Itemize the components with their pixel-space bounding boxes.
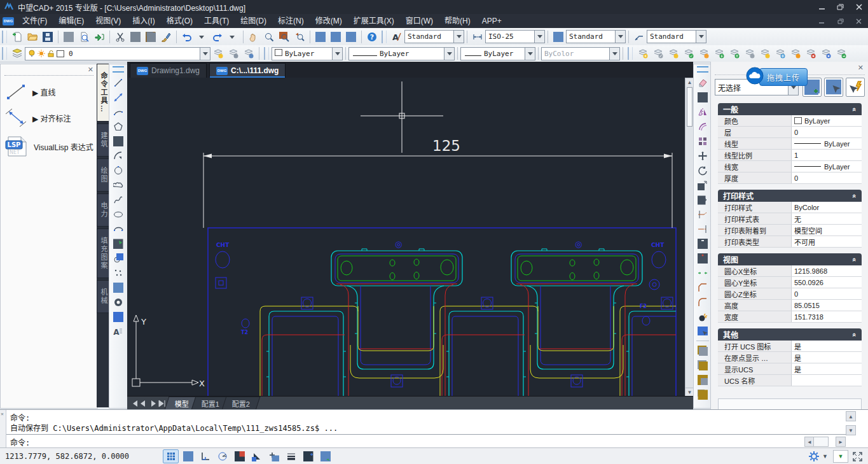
laystate-icon[interactable] — [241, 46, 256, 61]
mselect-icon[interactable] — [694, 324, 711, 339]
section-header[interactable]: 一般« — [718, 103, 862, 115]
chevron-down-icon[interactable] — [444, 48, 454, 60]
drag-upload-button[interactable]: 拖拽上传 — [759, 68, 808, 86]
menu-item-6[interactable]: 绘图(D) — [235, 14, 272, 28]
property-value[interactable]: 无 — [792, 213, 862, 224]
dmkblock-icon[interactable] — [110, 251, 127, 265]
help-icon[interactable]: ? — [364, 29, 380, 45]
copy-icon[interactable] — [128, 29, 143, 45]
command-grip[interactable]: ✕ — [0, 410, 6, 448]
status-toggle-model[interactable] — [300, 449, 316, 463]
text-style-combo[interactable]: Standard — [404, 30, 464, 43]
toolbar-grip[interactable] — [697, 66, 708, 73]
dorder2-icon[interactable] — [694, 358, 711, 372]
ddonut-icon[interactable] — [110, 295, 127, 309]
dline-icon[interactable] — [110, 75, 127, 90]
property-value[interactable]: 1 — [792, 150, 862, 160]
toolbar-grip[interactable] — [113, 66, 124, 73]
laycheck-icon[interactable] — [681, 46, 696, 61]
open-icon[interactable] — [25, 29, 40, 45]
chevron-down-icon[interactable] — [332, 48, 342, 60]
menu-item-12[interactable]: APP+ — [476, 14, 507, 28]
palette-tab-1[interactable]: 建筑 — [97, 123, 110, 157]
menu-item-9[interactable]: 扩展工具(X) — [348, 14, 400, 28]
dcircle-icon[interactable] — [110, 163, 127, 178]
mmove-icon[interactable] — [694, 148, 711, 163]
layprev-icon[interactable] — [226, 46, 241, 61]
dspline-icon[interactable] — [110, 192, 127, 207]
paste-icon[interactable] — [143, 29, 158, 45]
palette-item-line[interactable]: ▶ 直线 — [4, 82, 93, 101]
mdi-close-button[interactable] — [850, 15, 868, 27]
merase-icon[interactable] — [694, 75, 711, 90]
calc-icon[interactable] — [313, 29, 328, 45]
collapse-icon[interactable]: « — [851, 332, 858, 336]
property-value[interactable]: 550.0926 — [792, 277, 862, 288]
command-prompt[interactable]: 命令: — [10, 437, 30, 447]
pan-icon[interactable] — [246, 29, 261, 45]
menu-item-10[interactable]: 窗口(W) — [400, 14, 439, 28]
property-value[interactable]: 模型空间 — [792, 225, 862, 236]
laymatch-icon[interactable] — [666, 46, 681, 61]
palette-tab-0[interactable]: 命令工具… — [97, 64, 110, 122]
chevron-down-icon[interactable] — [200, 48, 210, 60]
status-toggle-anno[interactable] — [317, 449, 333, 463]
canvas-vscrollbar[interactable] — [685, 86, 694, 388]
layon-icon[interactable] — [757, 46, 773, 61]
color-combo[interactable]: ByLayer — [272, 47, 343, 60]
mtrim-icon[interactable] — [694, 207, 711, 221]
property-value[interactable]: 是 — [792, 341, 862, 351]
dorder3-icon[interactable] — [694, 372, 711, 387]
gear-icon[interactable] — [808, 451, 820, 462]
selfilter-icon[interactable] — [846, 78, 865, 97]
save-icon[interactable] — [40, 29, 55, 45]
file-tab-drawing1[interactable]: DWGDrawing1.dwg — [130, 63, 207, 78]
chevron-down-icon[interactable] — [453, 31, 464, 43]
status-toggle-snap[interactable] — [163, 449, 179, 463]
property-value[interactable]: 151.7318 — [792, 311, 862, 322]
status-toggle-ortho[interactable] — [197, 449, 213, 463]
chevron-down-icon[interactable] — [615, 31, 625, 43]
selobj-icon[interactable] — [824, 78, 843, 97]
section-header[interactable]: 其他« — [718, 328, 862, 341]
property-value[interactable]: 0 — [792, 288, 862, 299]
publish-icon[interactable] — [92, 29, 107, 45]
close-button[interactable] — [850, 0, 868, 14]
cloud-upload-overlay[interactable]: 拖拽上传 — [745, 66, 806, 87]
laydown-icon[interactable] — [712, 46, 727, 61]
ddim-icon[interactable] — [110, 90, 127, 104]
drect-icon[interactable] — [110, 134, 127, 148]
palette-item-aligned-dim[interactable]: ▶ 对齐标注 — [4, 108, 93, 128]
dhatch-icon[interactable] — [110, 280, 127, 295]
status-toggle-osnap[interactable] — [231, 449, 247, 463]
drawing-canvas[interactable]: ◎ — [127, 78, 693, 396]
brush-icon[interactable] — [158, 29, 174, 45]
textstyle-icon[interactable]: A — [389, 29, 404, 45]
tablestyle-icon[interactable] — [551, 29, 566, 45]
preview-icon[interactable] — [76, 29, 92, 45]
section-header[interactable]: 打印样式« — [718, 190, 862, 202]
layfrz-icon[interactable] — [773, 46, 788, 61]
palette-grip[interactable]: ✕ — [4, 66, 93, 76]
mbreakpt-icon[interactable] — [694, 251, 711, 265]
layrestore-icon[interactable] — [834, 46, 849, 61]
mextend-icon[interactable] — [694, 221, 711, 236]
menu-item-8[interactable]: 修改(M) — [310, 14, 348, 28]
menu-item-1[interactable]: 编辑(E) — [53, 14, 90, 28]
dpolygon-icon[interactable] — [110, 119, 127, 134]
mchamfer-icon[interactable] — [694, 280, 711, 295]
new-icon[interactable] — [10, 29, 25, 45]
undo-icon[interactable] — [179, 29, 195, 45]
toolbar-grip[interactable] — [2, 31, 7, 43]
layiso-icon[interactable] — [696, 46, 712, 61]
menu-item-3[interactable]: 插入(I) — [127, 14, 160, 28]
command-window[interactable]: ✕ 命令: 自动保存到 C:\Users\Administrator\AppDa… — [0, 409, 868, 448]
dorder4-icon[interactable] — [694, 387, 711, 402]
palette-tab-4[interactable]: 填充图案 — [97, 228, 110, 278]
palette-tab-3[interactable]: 电力 — [97, 193, 110, 227]
file-tab-111dwg[interactable]: DWGC:\...\111.dwg — [209, 63, 286, 78]
palette-item-visuallisp[interactable]: LSP NET VisualLisp 表达式 — [4, 134, 93, 158]
scroll-thumb[interactable] — [687, 87, 692, 127]
dellipse-icon[interactable] — [110, 207, 127, 221]
laymake-icon[interactable] — [635, 46, 651, 61]
